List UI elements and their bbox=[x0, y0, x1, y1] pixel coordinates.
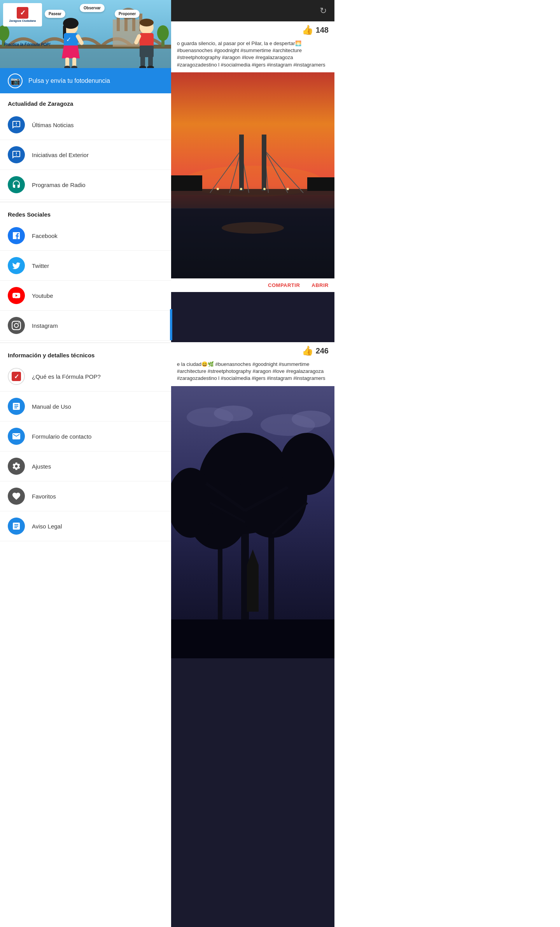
instagram-label: Instagram bbox=[32, 322, 58, 329]
svg-point-14 bbox=[263, 188, 266, 190]
iniciativas-icon bbox=[8, 146, 25, 163]
photo-btn-label: Pulsa y envía tu fotodenuncia bbox=[28, 77, 110, 84]
facebook-label: Facebook bbox=[32, 233, 58, 239]
svg-point-15 bbox=[287, 188, 289, 190]
noticias-icon bbox=[8, 116, 25, 133]
post-1-actions: COMPARTIR ABRIR bbox=[171, 278, 334, 292]
svg-rect-69 bbox=[140, 56, 145, 66]
menu-item-iniciativas[interactable]: Iniciativas del Exterior bbox=[0, 140, 171, 170]
instagram-icon bbox=[8, 317, 25, 334]
svg-point-72 bbox=[147, 66, 154, 68]
photo-button[interactable]: 📷 Pulsa y envía tu fotodenuncia bbox=[0, 68, 171, 93]
contacto-label: Formulario de contacto bbox=[32, 433, 91, 440]
favoritos-icon bbox=[8, 488, 25, 505]
logo-text: Zaragoza Ciudadana bbox=[9, 19, 36, 23]
svg-point-63 bbox=[71, 66, 77, 68]
post-1-text: o guarda silencio, al pasar por el Pilar… bbox=[171, 38, 334, 72]
speech-bubble-observar: Observar bbox=[80, 4, 105, 12]
svg-marker-59 bbox=[62, 45, 80, 58]
svg-rect-19 bbox=[171, 175, 202, 191]
svg-point-23 bbox=[214, 406, 253, 421]
svg-rect-38 bbox=[247, 565, 259, 612]
post-2-likes-row: 👍 246 bbox=[171, 342, 334, 359]
menu-item-contacto[interactable]: Formulario de contacto bbox=[0, 422, 171, 451]
svg-text:✓: ✓ bbox=[14, 373, 19, 380]
post-1-image bbox=[171, 72, 334, 278]
menu-item-twitter[interactable]: Twitter bbox=[0, 251, 171, 281]
radio-icon bbox=[8, 176, 25, 193]
character-girl: ✓ bbox=[54, 17, 88, 68]
open-button-1[interactable]: ABRIR bbox=[312, 282, 329, 288]
like-count-2: 246 bbox=[316, 346, 329, 355]
like-icon-1: 👍 bbox=[302, 24, 313, 35]
post-2-text: e la ciudad😄🌿 #buenasnoches #goodnight #… bbox=[171, 359, 334, 386]
post-2-image bbox=[171, 386, 334, 658]
svg-rect-20 bbox=[307, 177, 334, 191]
ajustes-icon bbox=[8, 458, 25, 475]
manual-icon bbox=[8, 398, 25, 415]
sidebar: ✓ Zaragoza Ciudadana Pasear Observar Pro… bbox=[0, 0, 171, 927]
svg-point-13 bbox=[240, 188, 242, 190]
top-bar: ↻ bbox=[171, 0, 334, 21]
menu-item-instagram[interactable]: Instagram bbox=[0, 311, 171, 341]
refresh-icon[interactable]: ↻ bbox=[320, 6, 327, 16]
tree-illustration bbox=[171, 386, 334, 658]
menu-item-facebook[interactable]: Facebook bbox=[0, 221, 171, 251]
speech-bubble-proponer: Proponer bbox=[115, 10, 140, 18]
header-banner: ✓ Zaragoza Ciudadana Pasear Observar Pro… bbox=[0, 0, 171, 68]
section-actualidad-header: Actualidad de Zaragoza bbox=[0, 93, 171, 110]
divider-2 bbox=[0, 343, 171, 343]
app-logo: ✓ Zaragoza Ciudadana bbox=[3, 3, 42, 26]
share-button-1[interactable]: COMPARTIR bbox=[268, 282, 300, 288]
noticias-label: Últimas Noticias bbox=[32, 122, 74, 128]
menu-item-youtube[interactable]: Youtube bbox=[0, 281, 171, 311]
twitter-label: Twitter bbox=[32, 262, 49, 269]
bridge-illustration bbox=[171, 72, 334, 278]
character-boy bbox=[130, 17, 163, 68]
svg-rect-40 bbox=[171, 619, 334, 658]
svg-rect-11 bbox=[262, 135, 266, 191]
svg-point-62 bbox=[64, 66, 70, 68]
menu-item-radio[interactable]: Programas de Radio bbox=[0, 170, 171, 200]
girl-svg: ✓ bbox=[54, 17, 88, 68]
contacto-icon bbox=[8, 428, 25, 445]
svg-point-18 bbox=[222, 222, 284, 234]
menu-item-favoritos[interactable]: Favoritos bbox=[0, 481, 171, 511]
twitter-icon bbox=[8, 257, 25, 274]
post-1: 👍 148 o guarda silencio, al pasar por el… bbox=[171, 21, 334, 292]
iniciativas-label: Iniciativas del Exterior bbox=[32, 152, 89, 158]
like-icon-2: 👍 bbox=[302, 345, 313, 356]
blue-scroll-indicator bbox=[170, 309, 172, 340]
svg-point-32 bbox=[280, 433, 334, 495]
youtube-label: Youtube bbox=[32, 292, 53, 299]
youtube-icon bbox=[8, 287, 25, 304]
boy-svg bbox=[130, 17, 163, 68]
svg-rect-70 bbox=[148, 56, 153, 66]
logo-checkmark: ✓ bbox=[17, 7, 28, 19]
app-tagline: Practica la Fórmula POP! bbox=[4, 42, 51, 47]
favoritos-label: Favoritos bbox=[32, 493, 56, 500]
facebook-icon bbox=[8, 227, 25, 244]
svg-rect-10 bbox=[239, 135, 244, 191]
like-count-1: 148 bbox=[316, 26, 329, 35]
ajustes-label: Ajustes bbox=[32, 463, 51, 470]
svg-text:✓: ✓ bbox=[66, 36, 71, 43]
svg-rect-68 bbox=[140, 45, 154, 57]
speech-bubble-pasear: Pasear bbox=[45, 10, 65, 18]
formula-logo-svg: ✓ bbox=[11, 371, 22, 382]
menu-item-noticias[interactable]: Últimas Noticias bbox=[0, 110, 171, 140]
menu-item-ajustes[interactable]: Ajustes bbox=[0, 451, 171, 481]
menu-item-manual[interactable]: Manual de Uso bbox=[0, 392, 171, 422]
camera-icon: 📷 bbox=[8, 73, 23, 88]
svg-rect-67 bbox=[140, 33, 154, 47]
radio-label: Programas de Radio bbox=[32, 182, 86, 188]
menu-item-aviso[interactable]: Aviso Legal bbox=[0, 511, 171, 541]
menu-item-formula[interactable]: ✓ ¿Qué es la Fórmula POP? bbox=[0, 362, 171, 392]
svg-point-25 bbox=[292, 411, 331, 428]
divider-1 bbox=[0, 202, 171, 202]
formula-label: ¿Qué es la Fórmula POP? bbox=[32, 373, 101, 380]
formula-icon: ✓ bbox=[8, 368, 25, 385]
post-2: 👍 246 e la ciudad😄🌿 #buenasnoches #goodn… bbox=[171, 342, 334, 658]
svg-point-12 bbox=[217, 188, 219, 190]
section-redes-header: Redes Sociales bbox=[0, 204, 171, 221]
